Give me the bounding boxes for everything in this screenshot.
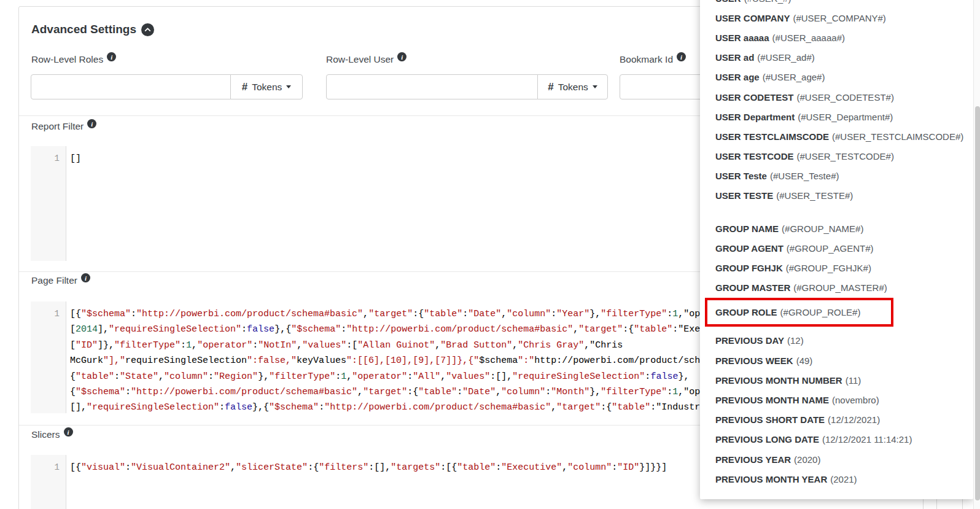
- token-item[interactable]: PREVIOUS MONTH NAME(novembro): [700, 390, 973, 410]
- token-item-label: PREVIOUS YEAR: [715, 454, 791, 465]
- token-item-value: (12): [787, 335, 804, 346]
- token-item-value: (#USER_TESTE#): [776, 190, 853, 201]
- info-icon[interactable]: i: [64, 427, 73, 437]
- token-item[interactable]: PREVIOUS DAY(12): [700, 331, 973, 351]
- token-item[interactable]: USER TESTCLAIMSCODE(#USER_TESTCLAIMSCODE…: [700, 126, 973, 146]
- token-list: USER COMPANY(#USER_COMPANY#)USER aaaaa(#…: [700, 8, 973, 489]
- token-item-label: GROUP NAME: [715, 223, 779, 234]
- token-item-value: (#USER_CODETEST#): [797, 92, 894, 103]
- info-icon[interactable]: i: [397, 52, 406, 61]
- page-filter-label: Page Filter i: [31, 275, 90, 286]
- page-title: Advanced Settings: [31, 23, 154, 36]
- token-item-value: (#USER_TESTCODE#): [797, 151, 894, 161]
- user-token-group: USER COMPANY(#USER_COMPANY#)USER aaaaa(#…: [700, 8, 973, 206]
- token-item-label: PREVIOUS SHORT DATE: [715, 414, 825, 425]
- row-level-roles-label: Row-Level Roles i: [31, 54, 116, 65]
- info-icon[interactable]: i: [677, 52, 686, 61]
- token-item-label: USER aaaaa: [715, 33, 769, 43]
- token-item[interactable]: USER TESTCODE(#USER_TESTCODE#): [700, 147, 973, 166]
- tokens-dropdown-button[interactable]: # Tokens: [537, 74, 608, 99]
- token-item[interactable]: PREVIOUS LONG DATE(12/12/2021 11:14:21): [700, 430, 973, 449]
- token-item-value: (#USER_Department#): [798, 112, 893, 122]
- token-item-clipped[interactable]: USER (#USER_#): [700, 0, 973, 8]
- token-item[interactable]: USER Teste(#USER_Teste#): [700, 166, 973, 186]
- token-item[interactable]: PREVIOUS MONTH YEAR(2021): [700, 469, 973, 489]
- token-item-value: (49): [796, 356, 813, 366]
- background-table-border: [923, 499, 924, 509]
- hashtag-icon: #: [548, 81, 553, 93]
- token-item[interactable]: PREVIOUS WEEK(49): [700, 351, 973, 370]
- group-token-group: GROUP NAME(#GROUP_NAME#)GROUP AGENT(#GRO…: [700, 219, 973, 327]
- token-item-label: USER TESTCODE: [715, 151, 794, 161]
- token-item-label: PREVIOUS MONTH YEAR: [715, 474, 827, 484]
- token-item-label: GROUP AGENT: [715, 243, 784, 254]
- token-item-value: (#GROUP_FGHJK#): [786, 263, 871, 273]
- token-item-value: (#GROUP_AGENT#): [787, 243, 874, 254]
- row-level-roles-input[interactable]: [31, 74, 231, 99]
- token-item-label: PREVIOUS LONG DATE: [715, 434, 819, 445]
- previous-token-group: PREVIOUS DAY(12)PREVIOUS WEEK(49)PREVIOU…: [700, 331, 973, 489]
- token-item-value: (#GROUP_MASTER#): [793, 282, 887, 293]
- token-item-label: GROUP FGHJK: [715, 263, 783, 273]
- token-item-value: (2021): [830, 474, 857, 484]
- bookmark-id-label: Bookmark Id i: [620, 54, 686, 65]
- token-item[interactable]: PREVIOUS MONTH NUMBER(11): [700, 370, 973, 390]
- token-item-value: (#GROUP_ROLE#): [780, 307, 861, 317]
- token-item-value: (#USER_age#): [763, 72, 825, 82]
- token-item[interactable]: USER age(#USER_age#): [700, 68, 973, 87]
- token-item-label: USER TESTE: [715, 190, 773, 201]
- token-item[interactable]: USER COMPANY(#USER_COMPANY#): [700, 8, 973, 28]
- info-icon[interactable]: i: [107, 52, 116, 61]
- row-level-user-label: Row-Level User i: [326, 54, 406, 65]
- tokens-dropdown-button[interactable]: # Tokens: [230, 74, 303, 99]
- token-item-value: (#USER_COMPANY#): [793, 13, 885, 23]
- token-item[interactable]: USER CODETEST(#USER_CODETEST#): [700, 87, 973, 107]
- info-icon[interactable]: i: [87, 119, 96, 128]
- token-item-label: GROUP ROLE: [715, 307, 777, 317]
- page-scrollbar-track[interactable]: [973, 0, 980, 509]
- token-item-value: (#USER_ad#): [757, 52, 814, 63]
- token-item-label: PREVIOUS DAY: [715, 335, 784, 346]
- token-item-label: GROUP MASTER: [715, 282, 790, 293]
- token-item-value: (novembro): [832, 395, 879, 405]
- background-table-border: [936, 499, 937, 509]
- token-item[interactable]: USER ad(#USER_ad#): [700, 48, 973, 68]
- row-level-roles-group: # Tokens: [31, 74, 303, 99]
- token-item[interactable]: USER Department(#USER_Department#): [700, 107, 973, 126]
- token-item-value: (12/12/2021): [828, 414, 880, 425]
- token-item[interactable]: GROUP AGENT(#GROUP_AGENT#): [700, 238, 973, 258]
- slicers-label: Slicers i: [31, 429, 73, 440]
- caret-down-icon: [286, 85, 291, 88]
- token-item[interactable]: GROUP FGHJK(#GROUP_FGHJK#): [700, 258, 973, 278]
- collapse-chevron-up-icon[interactable]: [141, 23, 154, 36]
- token-item-label: USER ad: [715, 52, 754, 63]
- token-item[interactable]: USER aaaaa(#USER_aaaaa#): [700, 28, 973, 47]
- token-item-highlighted[interactable]: GROUP ROLE(#GROUP_ROLE#): [705, 298, 893, 327]
- token-item[interactable]: PREVIOUS SHORT DATE(12/12/2021): [700, 410, 973, 430]
- token-item-label: PREVIOUS MONTH NAME: [715, 395, 829, 405]
- token-item-value: (12/12/2021 11:14:21): [822, 434, 912, 445]
- row-level-user-group: # Tokens: [326, 74, 608, 99]
- background-table-border: [962, 499, 963, 509]
- token-item[interactable]: PREVIOUS YEAR(2020): [700, 449, 973, 469]
- token-item-label: USER Teste: [715, 171, 767, 181]
- token-item[interactable]: GROUP MASTER(#GROUP_MASTER#): [700, 278, 973, 298]
- hashtag-icon: #: [242, 81, 247, 93]
- token-item-value: (#USER_aaaaa#): [772, 33, 845, 43]
- token-item-label: USER CODETEST: [715, 92, 794, 103]
- token-item-value: (#USER_TESTCLAIMSCODE#): [832, 131, 963, 142]
- token-item-value: (11): [846, 375, 861, 386]
- token-item[interactable]: USER TESTE(#USER_TESTE#): [700, 186, 973, 206]
- page-scrollbar-thumb[interactable]: [975, 106, 980, 500]
- token-item-value: (2020): [794, 454, 820, 465]
- token-item-label: USER COMPANY: [715, 13, 790, 23]
- token-item-value: (#USER_Teste#): [770, 171, 839, 181]
- line-number-gutter: 1: [31, 146, 66, 261]
- token-item-label: PREVIOUS MONTH NUMBER: [715, 375, 842, 386]
- report-filter-label: Report Filter i: [31, 121, 96, 132]
- token-item[interactable]: GROUP NAME(#GROUP_NAME#): [700, 219, 973, 238]
- token-item-label: USER age: [715, 72, 760, 82]
- row-level-user-input[interactable]: [326, 74, 538, 99]
- info-icon[interactable]: i: [81, 273, 90, 282]
- token-item-label: PREVIOUS WEEK: [715, 356, 793, 366]
